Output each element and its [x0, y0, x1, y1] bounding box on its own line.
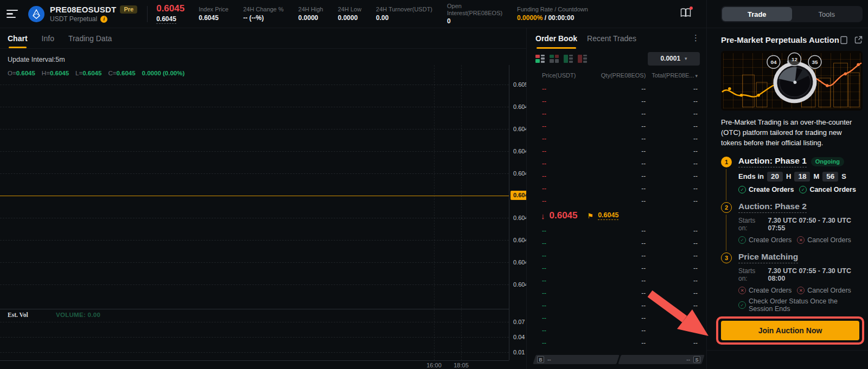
mid-price[interactable]: 0.6045	[550, 210, 578, 221]
ask-row[interactable]: ------	[527, 82, 706, 95]
gridline	[0, 284, 509, 285]
orderbook-more-icon[interactable]: ⋮	[692, 33, 700, 43]
tab-chart[interactable]: Chart	[8, 28, 28, 48]
bid-qty: --	[641, 252, 646, 260]
stat-value: 0.00	[376, 14, 432, 22]
topbar-stat: 24H Low0.0000	[338, 6, 361, 22]
tab-recent-trades[interactable]: Recent Trades	[587, 28, 636, 49]
guide-book-icon[interactable]	[680, 8, 691, 20]
phase-permissions: ✓Create Orders✓Cancel Orders	[738, 186, 863, 193]
orderbook-view-depth-icon[interactable]	[550, 55, 559, 63]
bid-row[interactable]: ------	[527, 299, 706, 312]
permission-item: ✓Check Order Status Once the Session End…	[738, 297, 863, 313]
orderbook-view-bids-icon[interactable]	[564, 55, 573, 63]
price-axis-label: 0.6048	[513, 126, 526, 132]
ask-row[interactable]: ------	[527, 157, 706, 170]
topbar-stat: Open Interest(PRE08EOS)0	[447, 3, 502, 25]
ask-row[interactable]: ------	[527, 107, 706, 120]
ask-qty: --	[641, 110, 646, 118]
time-axis-line	[0, 360, 509, 361]
bid-total: --	[693, 239, 698, 247]
schedule-value: 7.30 UTC 07:50 - 7.30 UTC 07:55	[768, 217, 863, 232]
ask-row[interactable]: ------	[527, 195, 706, 207]
bid-row[interactable]: ------	[527, 287, 706, 299]
symbol-block[interactable]: PRE08EOSUSDT Pre USDT Perpetual i	[50, 5, 137, 23]
orderbook-view-both-icon[interactable]	[535, 55, 545, 63]
gridline	[0, 107, 509, 107]
join-auction-button[interactable]: Join Auction Now	[721, 321, 859, 340]
mark-price[interactable]: 0.6045	[156, 15, 176, 24]
tab-order-book[interactable]: Order Book	[535, 28, 577, 49]
permission-item: ✓Cancel Orders	[799, 186, 856, 193]
phase-title: Auction: Phase 1	[738, 156, 807, 167]
ask-price: --	[542, 147, 594, 155]
ask-row[interactable]: ------	[527, 182, 706, 195]
contract-type: USDT Perpetual	[50, 15, 97, 23]
tick-size-select[interactable]: 0.0001 ▾	[648, 52, 700, 66]
bid-row[interactable]: ------	[527, 312, 706, 324]
external-link-icon[interactable]	[854, 36, 863, 44]
price-axis-line	[509, 65, 509, 360]
ask-qty: --	[641, 122, 646, 130]
bid-row[interactable]: ------	[527, 249, 706, 262]
bid-qty: --	[641, 314, 646, 322]
stat-value: 0.0000% / 00:00:00	[517, 14, 588, 22]
bid-row[interactable]: ------	[527, 336, 706, 349]
hamburger-menu-icon[interactable]	[7, 9, 21, 20]
gridline	[0, 196, 509, 196]
bid-row[interactable]: ------	[527, 324, 706, 336]
rules-document-icon[interactable]	[840, 36, 848, 44]
info-icon[interactable]: i	[100, 16, 107, 23]
bid-row[interactable]: ------	[527, 224, 706, 237]
last-price: 0.6045	[156, 4, 184, 14]
phase-1: 1Auction: Phase 1OngoingEnds in20H18M56S…	[721, 156, 863, 193]
gridline	[0, 322, 509, 322]
bid-row[interactable]: ------	[527, 237, 706, 249]
ask-qty: --	[641, 160, 646, 167]
chart-tabs: ChartInfoTrading Data	[0, 28, 526, 49]
bid-total: --	[693, 327, 698, 334]
bid-price: --	[542, 289, 594, 297]
orderbook-controls: 0.0001 ▾	[527, 49, 706, 68]
orderbook-view-asks-icon[interactable]	[578, 55, 587, 63]
ask-row[interactable]: ------	[527, 120, 706, 132]
price-axis-label: 0.6042	[513, 259, 526, 266]
bid-qty: --	[641, 264, 646, 272]
mark-price-link[interactable]: 0.6045	[598, 211, 618, 220]
ask-total: --	[693, 85, 698, 93]
gridline	[0, 85, 509, 85]
price-axis-label: 0.6049	[513, 103, 526, 110]
tab-trade[interactable]: Trade	[722, 7, 792, 21]
column-header[interactable]: Total(PRE08E...▾	[652, 72, 698, 79]
chart-canvas[interactable]: Update Interval:5m O=0.6045H=0.6045L=0.6…	[0, 49, 526, 369]
column-header: Qty(PRE08EOS)	[601, 72, 646, 79]
ask-total: --	[693, 147, 698, 155]
bid-qty: --	[641, 327, 646, 334]
ask-row[interactable]: ------	[527, 170, 706, 182]
tab-info[interactable]: Info	[42, 28, 54, 48]
topbar-divider	[147, 6, 148, 22]
bid-total: --	[693, 227, 698, 235]
ask-row[interactable]: ------	[527, 95, 706, 107]
ask-row[interactable]: ------	[527, 145, 706, 157]
panel-title: Pre-Market Perpetuals Auction	[721, 35, 839, 44]
bid-qty: --	[641, 289, 646, 297]
phase-head: Auction: Phase 2	[738, 202, 863, 213]
bid-price: --	[542, 227, 594, 235]
ask-row[interactable]: ------	[527, 132, 706, 145]
ask-qty: --	[641, 147, 646, 155]
bid-qty: --	[641, 302, 646, 309]
volume-pane-divider[interactable]	[0, 309, 509, 309]
stat-label: Open Interest(PRE08EOS)	[447, 3, 502, 17]
price-axis-label: 0.6047	[513, 148, 526, 154]
tab-tools[interactable]: Tools	[792, 7, 862, 21]
bid-qty: --	[641, 277, 646, 284]
countdown-prefix: Ends in	[738, 172, 764, 180]
bid-row[interactable]: ------	[527, 274, 706, 287]
tab-trading-data[interactable]: Trading Data	[68, 28, 112, 48]
gridline	[0, 129, 509, 130]
permission-label: Create Orders	[749, 186, 794, 193]
bid-total: --	[693, 314, 698, 322]
ask-price: --	[542, 98, 594, 105]
bid-row[interactable]: ------	[527, 262, 706, 274]
